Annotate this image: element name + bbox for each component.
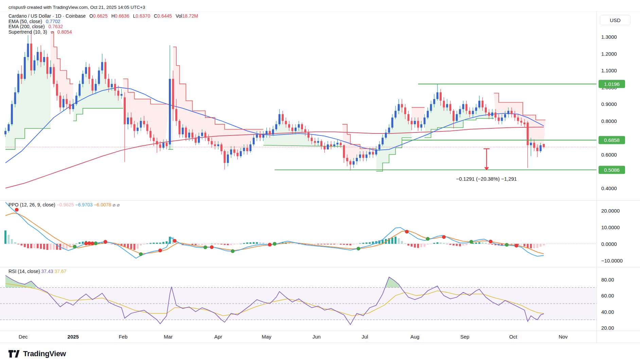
currency-toggle-button[interactable]: USD: [600, 15, 630, 25]
ppo-cross-dot: [515, 244, 518, 248]
rsi-ma-value: 37.67: [54, 269, 66, 274]
supertrend-legend-row[interactable]: Supertrend (10, 3) ⌀ 0.8054: [8, 30, 198, 35]
rsi-tick-label: 80.00: [601, 277, 614, 283]
supertrend-label: Supertrend (10, 3): [8, 29, 47, 35]
rsi-tick-label: 20.00: [601, 325, 614, 331]
volume-value: 18.72M: [182, 13, 198, 19]
time-axis-label: Dec: [19, 334, 28, 340]
price-tick-label: 0.9000: [601, 101, 617, 107]
ppo-cross-dot: [94, 241, 97, 245]
time-axis[interactable]: Dec2025FebMarAprMayJunJulAugSepOctNov: [19, 334, 568, 340]
ppo-tick-label: 20.0000: [601, 208, 620, 214]
ohlc-high-label: H: [111, 13, 115, 19]
tradingview-logo-text: TradingView: [23, 349, 66, 358]
time-axis-label: Sep: [460, 334, 469, 340]
ppo-cross-dot: [73, 245, 77, 249]
ema50-legend-row[interactable]: EMA (50, close) 0.7702: [8, 19, 198, 24]
ppo-cross-dot: [442, 235, 446, 239]
rsi-tick-label: 40.00: [601, 309, 614, 315]
ppo-tick-label: −10.0000: [601, 258, 623, 263]
ppo-cross-dot: [273, 242, 277, 246]
ppo-cross-dot: [15, 208, 19, 212]
main-legend: Cardano / US Dollar · 1D · Coinbase O0.6…: [8, 14, 198, 35]
price-tick-label: 0.4000: [601, 185, 617, 191]
volume-label: Vol: [176, 13, 182, 19]
ppo-line-value: −6.9703: [75, 202, 93, 207]
ohlc-close-value: 0.6445: [157, 13, 172, 19]
supertrend-source-icon[interactable]: ⌀: [51, 29, 54, 35]
time-axis-label: Oct: [509, 334, 517, 340]
price-tick-label: 1.1000: [601, 68, 617, 73]
price-badge-label: 1.0196: [604, 81, 620, 87]
ppo-cross-dot: [210, 245, 214, 249]
ppo-cross-dot: [268, 243, 272, 247]
price-tick-label: 1.2000: [601, 51, 617, 57]
ppo-cross-dot: [426, 237, 430, 241]
ohlc-open-value: 0.6625: [93, 13, 108, 19]
main-price-panel[interactable]: [5, 32, 546, 188]
price-axis[interactable]: 1.30001.20001.10001.00000.90000.80000.70…: [599, 34, 625, 331]
ppo-hist-value: −0.9625: [57, 202, 74, 207]
price-tick-label: 1.3000: [601, 34, 617, 40]
tradingview-logo-icon: [8, 349, 20, 359]
time-axis-label: 2025: [68, 334, 79, 340]
rsi-tick-label: 60.00: [601, 293, 614, 298]
ppo-cross-dot: [84, 242, 88, 245]
time-axis-label: Jun: [313, 334, 321, 340]
ppo-cross-dot: [139, 252, 143, 256]
ppo-signal-value: −6.0078: [94, 202, 111, 207]
price-badge-label: 0.5086: [604, 167, 620, 173]
ppo-cross-dot: [87, 241, 91, 245]
ppo-cross-dot: [231, 249, 235, 253]
measure-tool-label: −0.1291 (−20.38%) −1,291: [449, 176, 524, 182]
ema200-legend-row[interactable]: EMA (200, close) 0.7632: [8, 24, 198, 30]
symbol-title: Cardano / US Dollar · 1D · Coinbase: [8, 13, 86, 19]
ohlc-high-value: 0.6636: [115, 13, 129, 19]
price-tick-label: 0.8000: [601, 118, 617, 124]
ppo-panel[interactable]: [4, 202, 597, 258]
ppo-source-icon-1[interactable]: ⌀: [112, 202, 115, 207]
rsi-overbought-fill: [386, 277, 401, 288]
ppo-cross-dot: [357, 247, 360, 251]
tradingview-chart-page: { "attribution": "crispus9 created with …: [0, 0, 640, 364]
rsi-value: 37.43: [41, 269, 53, 274]
rsi-label: RSI (14, close): [8, 269, 40, 274]
supertrend-value: 0.8054: [57, 29, 72, 35]
ppo-cross-dot: [405, 230, 409, 234]
ppo-legend-row[interactable]: PPO (12, 26, 9, close) −0.9625 −6.9703 −…: [8, 202, 120, 207]
time-axis-label: Mar: [164, 334, 173, 340]
time-axis-label: Aug: [410, 334, 420, 340]
symbol-title-row[interactable]: Cardano / US Dollar · 1D · Coinbase O0.6…: [8, 14, 198, 19]
tradingview-logo[interactable]: TradingView: [8, 349, 66, 359]
ema50-value: 0.7702: [46, 19, 60, 24]
ema50-label: EMA (50, close): [8, 19, 42, 24]
price-badge-label: 0.6858: [604, 137, 620, 143]
ohlc-open-label: O: [89, 13, 93, 19]
ema200-label: EMA (200, close): [8, 24, 45, 29]
measure-arrow: [483, 149, 490, 170]
ppo-cross-dot: [469, 240, 473, 244]
ppo-cross-dot: [489, 240, 493, 243]
ppo-cross-dot: [203, 245, 207, 249]
ohlc-close-label: C: [154, 13, 157, 19]
ppo-cross-dot: [158, 249, 162, 252]
time-axis-label: May: [262, 334, 272, 340]
ppo-source-icon-2[interactable]: ⌀: [117, 202, 120, 207]
rsi-panel[interactable]: [0, 275, 597, 325]
chart-canvas[interactable]: 1.30001.20001.10001.00000.90000.80000.70…: [0, 0, 640, 364]
time-axis-label: Feb: [119, 334, 127, 340]
ema200-value: 0.7632: [49, 24, 63, 29]
ppo-cross-dot: [91, 241, 94, 245]
ohlc-low-value: 0.6370: [136, 13, 150, 19]
ppo-cross-dot: [173, 239, 177, 243]
ppo-cross-dot: [104, 240, 107, 244]
ppo-tick-label: 10.0000: [601, 224, 620, 230]
ppo-tick-label: 0.0000: [601, 241, 617, 247]
rsi-legend-row[interactable]: RSI (14, close) 37.43 37.67: [8, 269, 66, 274]
time-axis-label: Nov: [558, 334, 568, 340]
ppo-signal-line: [5, 213, 544, 254]
time-axis-label: Apr: [214, 334, 222, 340]
ppo-line: [5, 202, 544, 258]
attribution-text: crispus9 created with TradingView.com, O…: [8, 5, 145, 10]
time-axis-label: Jul: [362, 334, 368, 340]
